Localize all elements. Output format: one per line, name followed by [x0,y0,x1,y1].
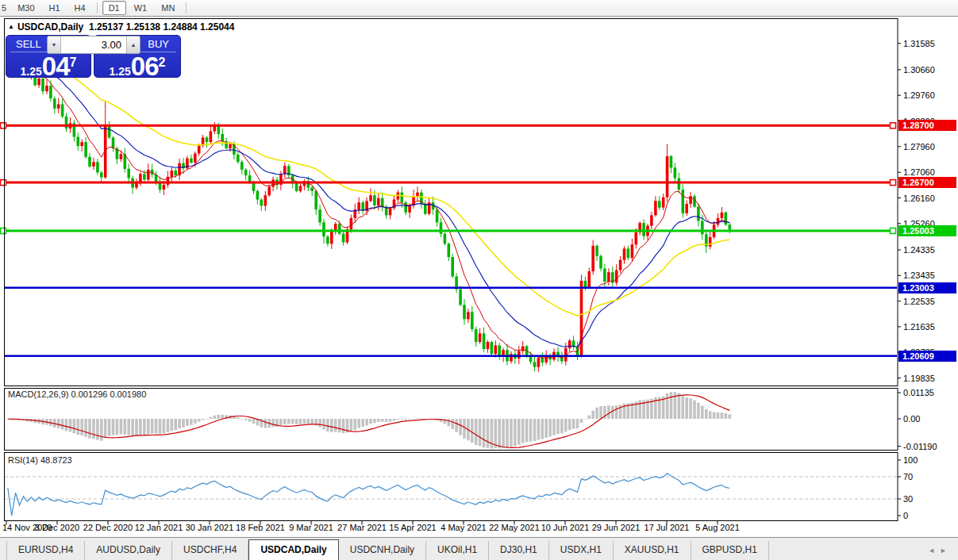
svg-text:29 Jun 2021: 29 Jun 2021 [592,523,641,532]
svg-text:10 Jun 2021: 10 Jun 2021 [541,523,590,532]
bid-price-small: 1.25 [21,66,42,77]
scroll-left-icon[interactable]: ◄ [928,547,940,554]
timeframe-button-h4[interactable]: H4 [68,1,92,15]
chevron-down-icon: ▼ [52,42,57,48]
svg-text:18 Feb 2021: 18 Feb 2021 [236,523,285,532]
svg-text:30 Jan 2021: 30 Jan 2021 [186,523,234,532]
tab-usdcad-daily[interactable]: USDCAD,Daily [248,539,338,560]
price-tag-1.28700: 1.28700 [898,120,956,131]
timeframe-button-d1[interactable]: D1 [102,1,126,15]
price-tag-1.25003: 1.25003 [898,225,956,236]
chevron-up-icon: ▲ [131,42,137,48]
timeframe-button-h1[interactable]: H1 [43,1,67,15]
chart-title: ▲USDCAD,Daily 1.25137 1.25138 1.24884 1.… [8,21,234,33]
bid-price-big: 04 [42,53,70,79]
svg-text:5 Aug 2021: 5 Aug 2021 [695,523,740,532]
price-chart[interactable]: 1.315851.306601.297601.288601.279601.270… [0,0,958,560]
svg-text:22 May 2021: 22 May 2021 [489,523,540,532]
svg-text:12 Jan 2021: 12 Jan 2021 [135,523,183,532]
svg-text:1.29760: 1.29760 [903,90,935,100]
volume-decrease-button[interactable]: ▼ [48,36,61,53]
bid-price: 1.25047 [6,52,90,79]
timeframe-button-5[interactable]: 5 [0,1,10,15]
buy-button[interactable]: BUY [148,38,180,50]
date-axis: 14 Nov 20203 Dec 202022 Dec 202012 Jan 2… [2,521,740,532]
tab-usdcnh-daily[interactable]: USDCNH,Daily [339,541,426,560]
ask-price-sup: 2 [159,56,166,69]
volume-input[interactable]: 3.00 [61,36,126,53]
toolbar-divider [97,2,98,13]
svg-text:1.27960: 1.27960 [903,142,935,152]
svg-text:1.23435: 1.23435 [903,270,935,280]
svg-text:70: 70 [903,472,913,481]
volume-control: ▼ 3.00 ▲ [47,36,140,54]
chart-symbol-triangle-icon: ▲ [8,23,14,30]
toolbar-divider [186,2,187,13]
tab-xauusd-h1[interactable]: XAUUSD,H1 [614,541,691,560]
sell-button[interactable]: SELL [6,38,41,50]
rsi-value: 48.8723 [40,455,72,465]
svg-text:0: 0 [903,511,908,520]
volume-increase-button[interactable]: ▲ [126,36,140,53]
svg-text:1.24335: 1.24335 [903,245,935,255]
chart-symbol-period: USDCAD,Daily [17,21,83,33]
svg-text:1.27060: 1.27060 [903,167,935,177]
tab-gbpusd-h1[interactable]: GBPUSD,H1 [691,541,769,560]
svg-text:0.01135: 0.01135 [903,388,934,397]
price-tag-1.23003: 1.23003 [898,282,956,293]
timeframe-button-mn[interactable]: MN [155,1,181,15]
tab-scroll-arrows[interactable]: ◄► [928,547,952,554]
chart-ohlc-quotes: 1.25137 1.25138 1.24884 1.25044 [89,21,235,33]
bid-price-sup: 7 [70,56,77,69]
svg-text:22 Dec 2020: 22 Dec 2020 [83,523,133,532]
macd-axis: 0.011350.00-0.01190 [898,388,937,451]
tab-eurusd-h4[interactable]: EURUSD,H4 [6,541,85,560]
ask-price-big: 06 [131,53,159,79]
macd-label: MACD(12,26,9) 0.001296 0.001980 [8,389,146,399]
price-tag-1.20609: 1.20609 [898,351,956,362]
svg-text:27 Mar 2021: 27 Mar 2021 [337,523,387,532]
ask-price: 1.25062 [94,52,180,79]
tab-dj30-h1[interactable]: DJ30,H1 [489,541,549,560]
timeframe-button-w1[interactable]: W1 [128,1,154,15]
tab-ukoil-h1[interactable]: UKOil,H1 [426,541,489,560]
tab-usdx-h1[interactable]: USDX,H1 [549,541,614,560]
svg-text:17 Jul 2021: 17 Jul 2021 [644,523,690,532]
svg-text:4 May 2021: 4 May 2021 [441,523,486,532]
tab-audusd-daily[interactable]: AUDUSD,Daily [85,541,172,560]
svg-text:1.22535: 1.22535 [903,297,935,306]
svg-text:30: 30 [903,494,913,504]
macd-values: 0.001296 0.001980 [71,389,146,399]
svg-text:15 Apr 2021: 15 Apr 2021 [389,523,436,532]
one-click-trading-panel: SELL 1.25047 BUY 1.25062 ▼ 3.00 ▲ [6,35,181,78]
rsi-axis: 10070300 [898,455,918,520]
svg-text:3 Dec 2020: 3 Dec 2020 [35,523,79,532]
svg-text:1.19835: 1.19835 [903,374,935,383]
tab-usdchf-h4[interactable]: USDCHF,H4 [172,541,248,560]
svg-text:100: 100 [903,455,918,465]
svg-text:1.26160: 1.26160 [903,194,935,203]
timeframe-toolbar: 5M30H1H4D1W1MN [0,0,958,17]
timeframe-button-m30[interactable]: M30 [11,1,40,15]
svg-text:1.30660: 1.30660 [903,65,935,75]
scroll-right-icon[interactable]: ► [940,547,952,554]
price-axis: 1.315851.306601.297601.288601.279601.270… [898,39,935,383]
chart-tab-bar: EURUSD,H4AUDUSD,DailyUSDCHF,H4USDCAD,Dai… [0,537,958,560]
svg-text:-0.01190: -0.01190 [903,442,937,451]
svg-text:9 Mar 2021: 9 Mar 2021 [289,523,333,532]
rsi-label: RSI(14) 48.8723 [8,455,72,465]
svg-text:1.31585: 1.31585 [903,39,935,48]
ask-price-small: 1.25 [110,66,131,77]
svg-text:1.21635: 1.21635 [903,322,935,332]
svg-text:0.00: 0.00 [903,414,920,424]
price-tag-1.26700: 1.26700 [898,177,956,188]
